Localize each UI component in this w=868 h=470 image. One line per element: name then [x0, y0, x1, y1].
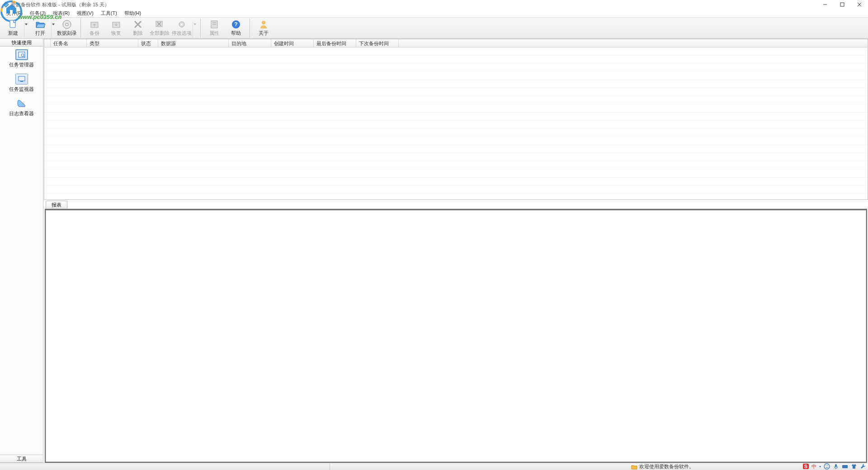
gear-icon	[177, 19, 187, 29]
burn-label: 数据刻录	[57, 30, 77, 37]
folder-open-icon	[35, 19, 45, 29]
about-label: 关于	[259, 30, 269, 37]
col-created[interactable]: 创建时间	[271, 39, 314, 47]
status-message: 欢迎使用爱数备份软件。	[631, 463, 694, 470]
keyboard-icon[interactable]	[842, 463, 848, 470]
title-bar: 爱数备份软件 标准版 - 试用版（剩余 15 天）	[0, 0, 868, 9]
svg-point-21	[181, 24, 183, 25]
dropdown-icon[interactable]	[51, 21, 55, 38]
menu-view[interactable]: 视图(V)	[73, 10, 97, 17]
properties-label: 属性	[209, 30, 219, 37]
close-button[interactable]	[851, 0, 868, 9]
sidebar-item-label: 日志查看器	[9, 110, 34, 117]
disc-icon	[62, 19, 72, 29]
log-icon	[15, 98, 28, 109]
dropdown-icon[interactable]	[24, 21, 28, 38]
svg-rect-33	[20, 81, 23, 82]
burn-button[interactable]: 数据刻录	[56, 19, 78, 38]
about-button[interactable]: 关于	[253, 19, 274, 38]
window-title: 爱数备份软件 标准版 - 试用版（剩余 15 天）	[11, 1, 109, 8]
backup-label: 备份	[90, 30, 99, 37]
restore-icon	[111, 19, 121, 29]
task-manager-icon	[15, 49, 28, 60]
tab-report[interactable]: 报表	[46, 201, 67, 209]
restore-label: 恢复	[111, 30, 121, 37]
shirt-icon[interactable]	[851, 463, 857, 470]
col-source[interactable]: 数据源	[158, 39, 229, 47]
report-panel: 报表	[44, 200, 868, 463]
delete-label: 删除	[133, 30, 143, 37]
new-button[interactable]: 新建	[2, 19, 29, 38]
col-status[interactable]: 状态	[138, 39, 158, 47]
main-area: 快速使用 任务管理器 任务监视器 日志查看器 工具 任务名 类型 状态	[0, 39, 868, 463]
col-type[interactable]: 类型	[87, 39, 138, 47]
menu-task[interactable]: 任务(J)	[26, 10, 49, 17]
sidebar-item-log-viewer[interactable]: 日志查看器	[0, 95, 43, 120]
help-icon: ?	[231, 19, 241, 29]
new-label: 新建	[8, 30, 18, 37]
help-button[interactable]: ? 帮助	[225, 19, 247, 38]
new-file-icon	[8, 19, 18, 29]
grid-body[interactable]	[44, 47, 868, 199]
sidebar-item-task-manager[interactable]: 任务管理器	[0, 47, 43, 71]
svg-marker-10	[52, 24, 55, 25]
svg-marker-9	[25, 24, 28, 25]
svg-marker-3	[3, 2, 9, 7]
backup-icon	[90, 19, 99, 29]
wrench-icon[interactable]	[860, 463, 866, 470]
report-body[interactable]	[45, 209, 867, 463]
content-area: 任务名 类型 状态 数据源 目的地 创建时间 最后备份时间 下次备份时间 报表	[43, 39, 868, 463]
microphone-icon[interactable]	[833, 463, 839, 470]
col-handle[interactable]	[44, 39, 51, 47]
task-grid: 任务名 类型 状态 数据源 目的地 创建时间 最后备份时间 下次备份时间	[44, 39, 868, 200]
sidebar: 快速使用 任务管理器 任务监视器 日志查看器 工具	[0, 39, 43, 463]
menu-tool[interactable]: 工具(T)	[97, 10, 121, 17]
smiley-icon[interactable]	[824, 463, 830, 470]
svg-point-28	[262, 21, 265, 24]
stop-options-label: 停改选项	[172, 30, 192, 37]
delete-all-label: 全部删除	[150, 30, 170, 37]
svg-point-35	[826, 465, 826, 466]
col-last-backup[interactable]: 最后备份时间	[314, 39, 356, 47]
status-cell-left	[0, 463, 330, 470]
backup-button: 备份	[84, 19, 105, 38]
svg-rect-5	[840, 3, 844, 6]
menu-bar: 文件(F) 任务(J) 报表(R) 视图(V) 工具(T) 帮助(H)	[0, 9, 868, 17]
col-next-backup[interactable]: 下次备份时间	[356, 39, 399, 47]
sidebar-item-label: 任务监视器	[9, 86, 34, 93]
folder-small-icon	[631, 464, 637, 470]
tray-icons: S 中 •	[803, 463, 866, 470]
sidebar-item-task-monitor[interactable]: 任务监视器	[0, 71, 43, 95]
svg-point-12	[66, 23, 68, 26]
restore-button: 恢复	[105, 19, 127, 38]
monitor-icon	[15, 74, 28, 85]
delete-all-icon	[155, 19, 165, 29]
svg-rect-38	[842, 465, 848, 468]
col-task-name[interactable]: 任务名	[51, 39, 87, 47]
stop-options-button: 停改选项	[170, 19, 198, 38]
dropdown-icon	[193, 21, 196, 38]
properties-button: 属性	[203, 19, 225, 38]
menu-file[interactable]: 文件(F)	[3, 10, 26, 17]
maximize-button[interactable]	[834, 0, 851, 9]
sidebar-tab-quick[interactable]: 快速使用	[0, 38, 43, 47]
sidebar-tab-tools[interactable]: 工具	[0, 455, 43, 463]
status-text: 欢迎使用爱数备份软件。	[639, 463, 694, 470]
delete-all-button: 全部删除	[149, 19, 170, 38]
col-dest[interactable]: 目的地	[229, 39, 271, 47]
minimize-button[interactable]	[816, 0, 834, 9]
delete-button: 删除	[127, 19, 149, 38]
status-bar: 欢迎使用爱数备份软件。	[0, 463, 868, 470]
open-button[interactable]: 打开	[29, 19, 56, 38]
svg-point-34	[824, 464, 830, 469]
svg-marker-22	[193, 24, 196, 25]
delete-icon	[133, 19, 143, 29]
ime-lang[interactable]: 中	[811, 463, 816, 470]
svg-point-36	[827, 465, 828, 466]
menu-help[interactable]: 帮助(H)	[121, 10, 145, 17]
menu-report[interactable]: 报表(R)	[49, 10, 73, 17]
ime-badge[interactable]: S	[803, 464, 809, 469]
toolbar: 新建 打开 数据刻录 备份 恢复 删除 全部删除	[0, 17, 868, 39]
tray-dot-icon[interactable]: •	[819, 464, 821, 469]
sidebar-item-label: 任务管理器	[9, 61, 34, 68]
